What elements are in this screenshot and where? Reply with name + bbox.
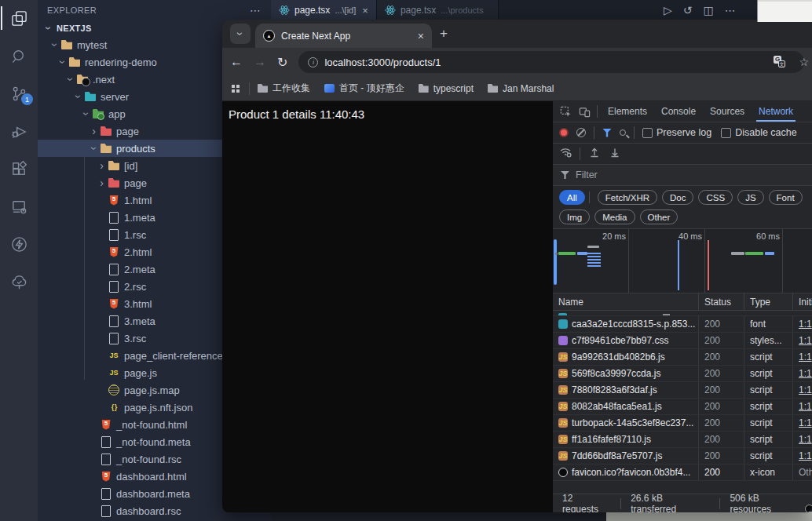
resource-type-icon bbox=[558, 451, 568, 461]
request-type-filters: AllFetch/XHRDocCSSJSFontImgMediaOther bbox=[553, 186, 812, 229]
request-row[interactable]: 569f8ca39997ccda.js 200 script 1:1 bbox=[553, 366, 812, 382]
site-info-icon[interactable]: i bbox=[308, 57, 318, 67]
tree-chevron-icon bbox=[80, 108, 93, 120]
tree-chevron-icon bbox=[57, 56, 69, 68]
filter-chip[interactable]: Media bbox=[594, 209, 635, 224]
file-type-icon bbox=[108, 349, 120, 362]
reload-button[interactable]: ↻ bbox=[277, 55, 287, 70]
react-file-icon bbox=[279, 5, 290, 16]
request-row[interactable]: c7f89461cbe7bb97.css 200 styles... 1:1 bbox=[553, 333, 812, 349]
run-debug-icon[interactable] bbox=[1, 118, 37, 144]
bookmark-item[interactable]: 工作收集 bbox=[258, 82, 310, 95]
filter-chip[interactable]: Fetch/XHR bbox=[598, 190, 657, 205]
inspect-element-icon[interactable] bbox=[556, 104, 575, 119]
column-header[interactable]: Type bbox=[744, 293, 793, 310]
request-type: font bbox=[744, 316, 793, 332]
request-type: script bbox=[744, 432, 793, 447]
request-row[interactable]: 7880f8283a6f3daf.js 200 script 1:1 bbox=[553, 382, 812, 399]
request-initiator[interactable]: 1:1 bbox=[793, 399, 812, 414]
device-toolbar-icon[interactable] bbox=[575, 104, 594, 119]
new-tab-button[interactable]: + bbox=[440, 26, 448, 42]
toolbar-checkbox[interactable]: Preserve log bbox=[642, 127, 711, 138]
network-overview-timeline[interactable]: 20 ms 40 ms 60 ms bbox=[553, 229, 812, 293]
explorer-more-icon[interactable]: ⋯ bbox=[250, 4, 262, 16]
filter-toggle-icon[interactable] bbox=[602, 129, 612, 137]
waterfall-bar bbox=[731, 252, 744, 255]
filter-chip[interactable]: Other bbox=[640, 209, 678, 224]
extensions-icon[interactable] bbox=[1, 155, 37, 182]
request-row[interactable]: favicon.ico?favicon.0b3bf4... 200 x-icon… bbox=[553, 465, 812, 481]
editor-action-icon[interactable]: ▷ bbox=[664, 4, 672, 16]
browser-tab[interactable]: ▲ Create Next App × bbox=[255, 24, 432, 48]
toolbar-checkbox[interactable]: Disable cache bbox=[721, 127, 797, 138]
filter-chip[interactable]: Font bbox=[769, 190, 803, 205]
editor-tab[interactable]: page.tsx ...\products bbox=[377, 0, 499, 20]
request-initiator[interactable]: 1:1 bbox=[793, 415, 812, 431]
request-row[interactable]: 9a992631db4082b6.js 200 script 1:1 bbox=[553, 349, 812, 366]
request-row[interactable]: turbopack-14a5c3ef8ec237... 200 script 1… bbox=[553, 415, 812, 432]
devtools-tab[interactable]: Network bbox=[752, 101, 800, 122]
tree-item-label: 2.meta bbox=[124, 264, 155, 275]
request-row[interactable]: caa3a2e1cccd8315-s.p.853... 200 font 1:1 bbox=[553, 316, 812, 333]
devtools-tab[interactable]: Elements bbox=[601, 101, 654, 122]
tab-search-button[interactable]: › bbox=[230, 24, 251, 44]
column-header[interactable]: Initiator bbox=[793, 293, 812, 310]
bookmark-item[interactable]: Jan Marshal bbox=[488, 82, 554, 95]
bookmark-star-icon[interactable]: ☆ bbox=[799, 56, 809, 68]
bookmark-item[interactable]: 首页 - 顶好惠企 bbox=[324, 82, 404, 95]
clear-button[interactable] bbox=[576, 128, 586, 137]
filter-chip[interactable]: All bbox=[559, 190, 585, 205]
forward-button[interactable]: → bbox=[254, 55, 266, 69]
filter-chip[interactable]: Img bbox=[559, 209, 590, 224]
column-header[interactable]: Name bbox=[553, 293, 699, 310]
request-initiator[interactable]: 1:1 bbox=[793, 448, 812, 464]
file-type-icon bbox=[100, 505, 112, 517]
request-row[interactable]: 7dd66bdf8a7e5707.js 200 script 1:1 bbox=[553, 448, 812, 465]
column-header[interactable]: Status bbox=[699, 293, 744, 310]
request-initiator[interactable]: Other bbox=[793, 465, 812, 480]
request-initiator[interactable]: 1:1 bbox=[793, 366, 812, 381]
url-text: localhost:3000/products/1 bbox=[324, 56, 441, 68]
thunder-client-icon[interactable] bbox=[1, 231, 37, 257]
todo-tree-icon[interactable] bbox=[1, 268, 37, 295]
indent-guide bbox=[84, 155, 85, 380]
bookmark-item[interactable]: typescript bbox=[419, 82, 474, 95]
tab-close-icon[interactable]: × bbox=[418, 30, 424, 42]
request-initiator[interactable]: 1:1 bbox=[793, 432, 812, 447]
request-status: 200 bbox=[699, 382, 744, 398]
editor-action-icon[interactable]: ⋯ bbox=[725, 4, 736, 16]
overview-scroll-handle[interactable] bbox=[554, 239, 557, 285]
editor-action-icon[interactable]: ↺ bbox=[683, 4, 693, 16]
network-filter-input[interactable]: Filter bbox=[553, 165, 812, 186]
back-button[interactable]: ← bbox=[230, 55, 243, 69]
devtools-tab[interactable]: Sources bbox=[703, 101, 752, 122]
request-initiator[interactable]: 1:1 bbox=[793, 333, 812, 348]
editor-action-icon[interactable]: ◫ bbox=[704, 4, 714, 16]
filter-chip[interactable]: Doc bbox=[662, 190, 693, 205]
request-type: script bbox=[744, 399, 793, 414]
apps-grid-icon[interactable] bbox=[232, 85, 240, 93]
request-row[interactable]: ff1a16fafef87110.js 200 script 1:1 bbox=[553, 432, 812, 448]
explorer-icon[interactable] bbox=[1, 5, 37, 31]
search-icon[interactable] bbox=[620, 129, 626, 136]
tab-close-icon[interactable]: × bbox=[362, 5, 368, 16]
import-har-icon[interactable] bbox=[588, 146, 601, 162]
request-initiator[interactable]: 1:1 bbox=[793, 349, 812, 365]
translate-icon[interactable]: G文 bbox=[774, 56, 785, 67]
address-bar[interactable]: i localhost:3000/products/1 G文 ☆ bbox=[298, 51, 804, 73]
filter-chip[interactable]: CSS bbox=[698, 190, 733, 205]
request-initiator[interactable]: 1:1 bbox=[793, 382, 812, 398]
devtools-tab[interactable]: Console bbox=[654, 101, 703, 122]
request-initiator[interactable]: 1:1 bbox=[793, 316, 812, 332]
search-icon[interactable] bbox=[1, 42, 37, 69]
network-conditions-icon[interactable] bbox=[559, 146, 572, 162]
react-file-icon bbox=[385, 5, 396, 16]
request-row[interactable]: 8082ab48faca5ea1.js 200 script 1:1 bbox=[553, 399, 812, 415]
record-button[interactable] bbox=[559, 128, 569, 137]
editor-tab[interactable]: page.tsx ...\[id] × bbox=[271, 0, 377, 20]
source-control-icon[interactable]: 1 bbox=[1, 80, 37, 107]
filter-chip[interactable]: JS bbox=[737, 190, 763, 205]
remote-explorer-icon[interactable] bbox=[1, 193, 37, 220]
export-har-icon[interactable] bbox=[609, 146, 621, 162]
file-type-icon bbox=[100, 487, 112, 500]
